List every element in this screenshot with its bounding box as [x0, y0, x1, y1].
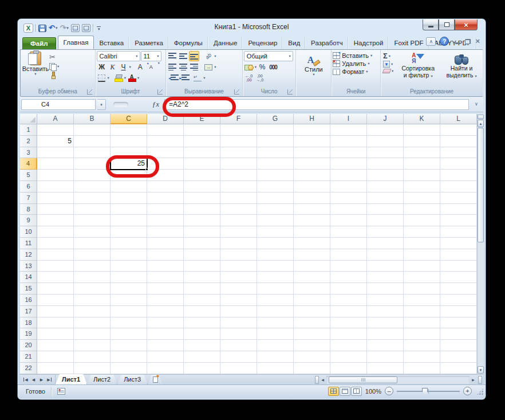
cell-K1[interactable]: [404, 124, 440, 136]
cell-D13[interactable]: [147, 261, 184, 272]
align-bottom-button[interactable]: [189, 51, 199, 61]
increase-decimal-button[interactable]: ←,0,00: [244, 73, 254, 83]
row-header-22[interactable]: 22: [20, 363, 37, 374]
cell-A4[interactable]: [37, 158, 74, 170]
cell-C18[interactable]: [111, 317, 147, 329]
cell-K7[interactable]: [404, 193, 440, 204]
cell-I11[interactable]: [330, 238, 367, 249]
cell-C1[interactable]: [111, 124, 147, 136]
number-dialog-launcher-icon[interactable]: [287, 89, 293, 95]
cell-E5[interactable]: [184, 170, 220, 181]
cell-J10[interactable]: [367, 226, 404, 238]
cell-E21[interactable]: [184, 351, 220, 363]
cell-D21[interactable]: [147, 351, 184, 363]
page-layout-view-button[interactable]: [340, 387, 350, 396]
cell-K6[interactable]: [404, 181, 440, 193]
workbook-minimize-icon[interactable]: [455, 42, 460, 44]
cell-H14[interactable]: [294, 272, 330, 283]
cell-F11[interactable]: [220, 238, 257, 249]
cell-H1[interactable]: [294, 124, 330, 136]
cell-E3[interactable]: [184, 147, 220, 159]
cell-G21[interactable]: [257, 351, 294, 363]
cell-K14[interactable]: [404, 272, 440, 283]
cell-J7[interactable]: [367, 193, 404, 204]
cell-G22[interactable]: [257, 363, 294, 374]
column-header-J[interactable]: J: [367, 114, 404, 124]
orientation-button[interactable]: ab: [203, 51, 214, 61]
cell-H5[interactable]: [294, 170, 330, 181]
column-header-G[interactable]: G: [257, 114, 294, 124]
cell-K8[interactable]: [404, 204, 440, 215]
cell-K20[interactable]: [404, 340, 440, 351]
cell-B7[interactable]: [74, 193, 111, 204]
row-header-2[interactable]: 2: [20, 136, 37, 147]
cell-C22[interactable]: [111, 363, 147, 374]
cell-G20[interactable]: [257, 340, 294, 351]
column-header-K[interactable]: K: [404, 114, 440, 124]
align-left-button[interactable]: [167, 62, 177, 72]
cell-B17[interactable]: [74, 306, 111, 317]
cell-L20[interactable]: [440, 340, 477, 351]
cell-K5[interactable]: [404, 170, 440, 181]
row-header-1[interactable]: 1: [20, 124, 37, 136]
cell-L12[interactable]: [440, 249, 477, 261]
sheet-tab-Лист1[interactable]: Лист1: [56, 374, 87, 384]
cell-D11[interactable]: [147, 238, 184, 249]
cell-A10[interactable]: [37, 226, 74, 238]
cell-J18[interactable]: [367, 317, 404, 329]
cell-K13[interactable]: [404, 261, 440, 272]
cell-J15[interactable]: [367, 283, 404, 295]
cell-C14[interactable]: [111, 272, 147, 283]
number-format-select[interactable]: Общий▾: [244, 51, 293, 61]
cell-D2[interactable]: [147, 136, 184, 147]
horizontal-scroll-thumb[interactable]: [329, 376, 397, 383]
cell-E10[interactable]: [184, 226, 220, 238]
cell-A13[interactable]: [37, 261, 74, 272]
cell-K17[interactable]: [404, 306, 440, 317]
cell-L22[interactable]: [440, 363, 477, 374]
cell-J17[interactable]: [367, 306, 404, 317]
cell-H8[interactable]: [294, 204, 330, 215]
cell-D10[interactable]: [147, 226, 184, 238]
row-header-11[interactable]: 11: [20, 238, 37, 249]
row-header-19[interactable]: 19: [20, 328, 37, 340]
cell-G14[interactable]: [257, 272, 294, 283]
sheet-tab-Лист3[interactable]: Лист3: [117, 375, 148, 384]
cell-D19[interactable]: [147, 328, 184, 340]
tab-split-handle-right[interactable]: [478, 376, 482, 384]
cell-E17[interactable]: [184, 306, 220, 317]
cell-J3[interactable]: [367, 147, 404, 159]
ribbon-tab-Вставка[interactable]: Вставка: [94, 37, 129, 49]
scroll-down-icon[interactable]: ▼: [478, 366, 484, 374]
cell-B20[interactable]: [74, 340, 111, 351]
cell-K12[interactable]: [404, 249, 440, 261]
cell-D8[interactable]: [147, 204, 184, 215]
cell-F16[interactable]: [220, 295, 257, 306]
horizontal-scrollbar[interactable]: ◀ ▶: [314, 375, 483, 384]
cell-G10[interactable]: [257, 226, 294, 238]
cell-C9[interactable]: [111, 215, 147, 226]
ribbon-tab-Вид[interactable]: Вид: [283, 37, 306, 49]
paste-dropdown-icon[interactable]: ▾: [34, 72, 36, 76]
row-header-15[interactable]: 15: [20, 283, 37, 295]
cell-H22[interactable]: [294, 363, 330, 374]
cell-G19[interactable]: [257, 328, 294, 340]
cell-K2[interactable]: [404, 136, 440, 147]
cell-I2[interactable]: [330, 136, 367, 147]
cell-A6[interactable]: [37, 181, 74, 193]
cell-I5[interactable]: [330, 170, 367, 181]
cell-H11[interactable]: [294, 238, 330, 249]
cell-K3[interactable]: [404, 147, 440, 159]
cell-I8[interactable]: [330, 204, 367, 215]
cell-C8[interactable]: [111, 204, 147, 215]
cell-J8[interactable]: [367, 204, 404, 215]
cell-D12[interactable]: [147, 249, 184, 261]
cell-G4[interactable]: [257, 158, 294, 170]
insert-cells-button[interactable]: Вставить▾: [333, 52, 379, 59]
cell-B5[interactable]: [74, 170, 111, 181]
cell-H13[interactable]: [294, 261, 330, 272]
cell-B15[interactable]: [74, 283, 111, 295]
cell-J2[interactable]: [367, 136, 404, 147]
tab-split-handle[interactable]: [315, 376, 319, 384]
cell-L16[interactable]: [440, 295, 477, 306]
